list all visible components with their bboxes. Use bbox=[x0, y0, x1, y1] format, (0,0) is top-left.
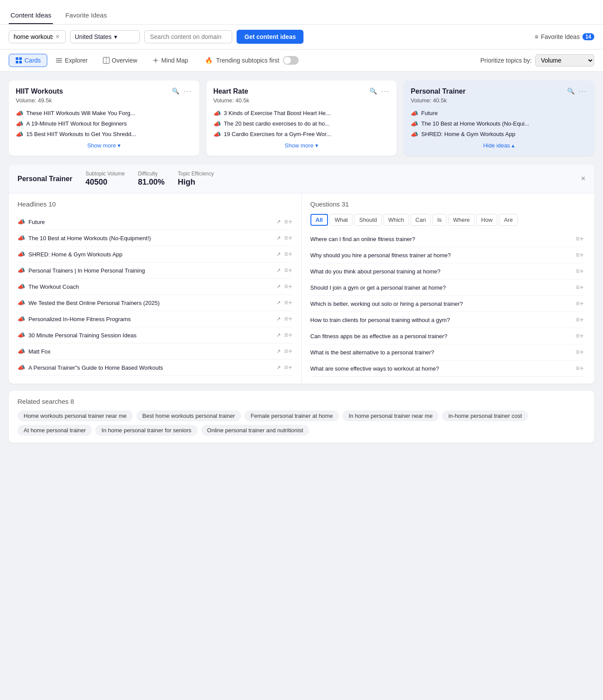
detail-stat-efficiency: Topic Efficiency High bbox=[178, 171, 214, 187]
question-item-3: Should I join a gym or get a personal tr… bbox=[310, 280, 584, 296]
hl-add-3[interactable]: ≡+ bbox=[284, 266, 293, 274]
filter-btn-how[interactable]: How bbox=[476, 214, 497, 226]
related-tag-5[interactable]: At home personal trainer bbox=[17, 425, 92, 436]
hl-extlink-3[interactable]: ↗ bbox=[276, 267, 281, 273]
filter-btn-are[interactable]: Are bbox=[499, 214, 517, 226]
country-dropdown[interactable]: United States ▾ bbox=[70, 30, 140, 43]
hl-add-8[interactable]: ≡+ bbox=[284, 347, 293, 355]
hl-extlink-1[interactable]: ↗ bbox=[276, 235, 281, 241]
pt-dots-icon[interactable]: ··· bbox=[579, 88, 587, 95]
question-add-0[interactable]: ≡+ bbox=[575, 235, 584, 243]
clear-keyword-button[interactable]: × bbox=[56, 33, 59, 40]
hl-extlink-4[interactable]: ↗ bbox=[276, 284, 281, 290]
detail-close-button[interactable]: × bbox=[581, 174, 586, 183]
related-tag-4[interactable]: in-home personal trainer cost bbox=[442, 410, 528, 421]
hl-extlink-2[interactable]: ↗ bbox=[276, 251, 281, 257]
explorer-label: Explorer bbox=[65, 57, 87, 64]
tab-favorite-ideas[interactable]: Favorite Ideas bbox=[63, 7, 108, 24]
hl-text-2: SHRED: Home & Gym Workouts App bbox=[28, 251, 272, 258]
question-add-3[interactable]: ≡+ bbox=[575, 284, 584, 291]
related-tag-1[interactable]: Best home workouts personal trainer bbox=[136, 410, 241, 421]
hl-add-9[interactable]: ≡+ bbox=[284, 364, 293, 371]
hl-add-6[interactable]: ≡+ bbox=[284, 315, 293, 323]
question-add-4[interactable]: ≡+ bbox=[575, 300, 584, 308]
question-text-7: What is the best alternative to a person… bbox=[310, 349, 572, 356]
filter-btn-what[interactable]: What bbox=[330, 214, 352, 226]
view-tab-overview[interactable]: Overview bbox=[96, 54, 144, 67]
tab-content-ideas[interactable]: Content Ideas bbox=[9, 7, 53, 24]
hl-extlink-9[interactable]: ↗ bbox=[276, 364, 281, 371]
cards-icon bbox=[15, 57, 22, 64]
card-heart-title: Heart Rate bbox=[213, 88, 248, 95]
heart-show-more[interactable]: Show more ▾ bbox=[213, 142, 390, 149]
hl-add-2[interactable]: ≡+ bbox=[284, 250, 293, 258]
question-add-2[interactable]: ≡+ bbox=[575, 267, 584, 275]
hl-add-1[interactable]: ≡+ bbox=[284, 234, 293, 242]
hiit-dots-icon[interactable]: ··· bbox=[184, 88, 192, 95]
heart-item-text-1: The 20 best cardio exercises to do at ho… bbox=[224, 120, 390, 127]
pt-megaphone-1: 📣 bbox=[411, 120, 418, 127]
favorite-ideas-button[interactable]: ≡ Favorite Ideas 14 bbox=[535, 33, 594, 40]
explorer-icon bbox=[56, 57, 63, 64]
svg-rect-1 bbox=[19, 57, 22, 60]
related-tag-0[interactable]: Home workouts personal trainer near me bbox=[17, 410, 133, 421]
hiit-show-more[interactable]: Show more ▾ bbox=[16, 142, 192, 149]
card-hiit-volume: Volume: 49.5k bbox=[16, 97, 192, 104]
filter-btn-can[interactable]: Can bbox=[411, 214, 431, 226]
detail-header: Personal Trainer Subtopic Volume 40500 D… bbox=[9, 164, 594, 193]
domain-search-input[interactable] bbox=[144, 30, 232, 43]
heart-dots-icon[interactable]: ··· bbox=[381, 88, 390, 95]
heart-item-text-2: 19 Cardio Exercises for a Gym-Free Wor..… bbox=[224, 131, 390, 137]
keyword-input[interactable] bbox=[14, 33, 53, 40]
related-title: Related searches 8 bbox=[17, 398, 586, 405]
filter-btn-is[interactable]: Is bbox=[432, 214, 446, 226]
pt-search-icon[interactable]: 🔍 bbox=[567, 88, 575, 95]
hl-text-9: A Personal Trainer"s Guide to Home Based… bbox=[28, 364, 272, 371]
heart-search-icon[interactable]: 🔍 bbox=[369, 88, 377, 95]
filter-btn-should[interactable]: Should bbox=[354, 214, 381, 226]
questions-scroll[interactable]: Where can I find an online fitness train… bbox=[310, 231, 586, 377]
view-tab-explorer[interactable]: Explorer bbox=[49, 54, 94, 67]
hiit-megaphone-0: 📣 bbox=[16, 110, 23, 117]
card-pt-volume: Volume: 40.5k bbox=[411, 97, 587, 104]
question-add-1[interactable]: ≡+ bbox=[575, 251, 584, 259]
headline-item-4: 📣 The Workout Coach ↗ ≡+ bbox=[17, 279, 293, 295]
get-ideas-button[interactable]: Get content ideas bbox=[237, 30, 303, 44]
filter-btn-all[interactable]: All bbox=[310, 214, 328, 226]
filter-btn-where[interactable]: Where bbox=[448, 214, 474, 226]
question-add-5[interactable]: ≡+ bbox=[575, 316, 584, 324]
question-add-6[interactable]: ≡+ bbox=[575, 332, 584, 340]
top-tabs: Content Ideas Favorite Ideas bbox=[0, 0, 603, 24]
hl-extlink-0[interactable]: ↗ bbox=[276, 219, 281, 225]
related-tag-7[interactable]: Online personal trainer and nutritionist bbox=[201, 425, 310, 436]
hiit-item-text-1: A 19-Minute HIIT Workout for Beginners bbox=[26, 120, 192, 127]
hl-add-4[interactable]: ≡+ bbox=[284, 283, 293, 290]
related-tag-3[interactable]: In home personal trainer near me bbox=[342, 410, 439, 421]
hl-extlink-5[interactable]: ↗ bbox=[276, 300, 281, 306]
prioritize-select[interactable]: Volume Difficulty Topic Efficiency bbox=[535, 54, 594, 66]
hl-add-0[interactable]: ≡+ bbox=[284, 218, 293, 226]
view-tab-cards[interactable]: Cards bbox=[9, 54, 47, 67]
hl-extlink-8[interactable]: ↗ bbox=[276, 348, 281, 354]
hl-add-5[interactable]: ≡+ bbox=[284, 299, 293, 307]
related-tag-2[interactable]: Female personal trainer at home bbox=[244, 410, 339, 421]
trending-toggle-switch[interactable] bbox=[283, 56, 299, 65]
hiit-search-icon[interactable]: 🔍 bbox=[172, 88, 179, 95]
hl-add-7[interactable]: ≡+ bbox=[284, 331, 293, 339]
related-searches-section: Related searches 8 Home workouts persona… bbox=[9, 391, 594, 443]
hl-megaphone-4: 📣 bbox=[17, 283, 25, 290]
hl-megaphone-0: 📣 bbox=[17, 218, 25, 225]
card-pt-actions: 🔍 ··· bbox=[567, 88, 587, 95]
pt-item-text-0: Future bbox=[421, 110, 587, 116]
detail-stat-difficulty: Difficulty 81.00% bbox=[138, 171, 164, 187]
filter-btn-which[interactable]: Which bbox=[383, 214, 409, 226]
hl-extlink-6[interactable]: ↗ bbox=[276, 316, 281, 322]
pt-item-text-1: The 10 Best at Home Workouts (No-Equi... bbox=[421, 120, 587, 127]
question-add-8[interactable]: ≡+ bbox=[575, 364, 584, 372]
question-add-7[interactable]: ≡+ bbox=[575, 348, 584, 356]
related-tag-6[interactable]: In home personal trainer for seniors bbox=[95, 425, 197, 436]
hl-extlink-7[interactable]: ↗ bbox=[276, 332, 281, 338]
keyword-field[interactable]: × bbox=[9, 30, 66, 43]
pt-hide-ideas[interactable]: Hide ideas ▴ bbox=[411, 142, 587, 149]
view-tab-mindmap[interactable]: Mind Map bbox=[146, 54, 195, 67]
